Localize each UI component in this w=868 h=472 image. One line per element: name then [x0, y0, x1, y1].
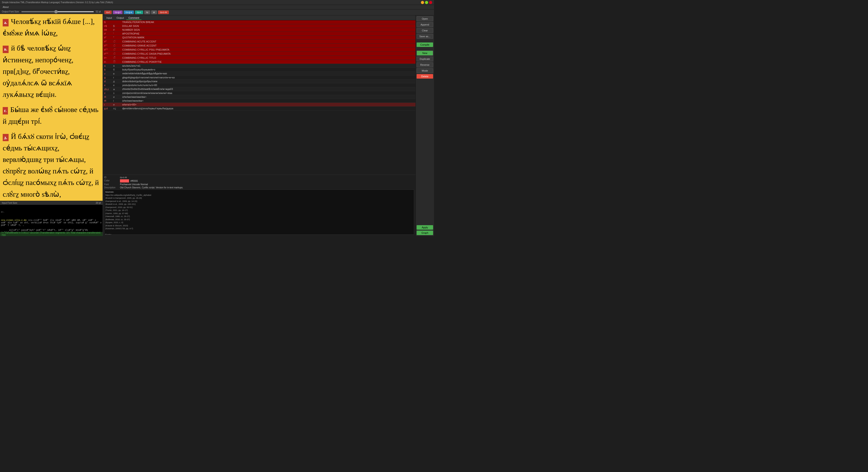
table-row[interactable]: ## # NUMBER SIGN: [103, 28, 415, 32]
table-row[interactable]: #' ' APOSTROPHE: [103, 32, 415, 36]
table-cell-desc: buky/буки/боукы/боукьви/в≈з: [121, 68, 415, 71]
table-cell-val: и: [112, 95, 121, 99]
save-as-button[interactable]: Save as...: [416, 34, 433, 39]
table-cell-val: б: [112, 68, 121, 71]
table-cell-desc: yestu/jests/есть/єсть/есть/з≈00: [121, 83, 415, 87]
table-cell-desc: DOLLAR SIGN: [121, 24, 415, 28]
table-cell-desc: COMBINING CYRILLIC DASIA PNEUMATA: [121, 52, 415, 56]
section-tabs: Input Output Comment: [103, 15, 415, 20]
mapping-table: $ TRANSLITERATION BREAK #$ $ DOLLAR SIGN…: [103, 20, 415, 111]
verse-text-4: Й бѧ́хꙋ скоти і҆гѡ̀, ѻ҆вє́цꙁ се́дмь ты́с…: [3, 132, 99, 198]
table-row[interactable]: v в vede/véde/véde/вѣды/вѣдь/вѣди/ж≈ааз: [103, 71, 415, 76]
table-row[interactable]: #i и izhe/іже/иже/иже/вж≈: [103, 95, 415, 99]
tab-comment[interactable]: Comment: [126, 16, 142, 20]
table-row[interactable]: #""" ◌҅ COMBINING CYRILLIC DASIA PNEUMAT…: [103, 52, 415, 56]
table-cell-val: ж: [112, 87, 121, 91]
source-3: (Damjanović & al., 2009, pp. 14-15): [105, 200, 413, 203]
table-cell-val: е: [112, 83, 121, 87]
table-row[interactable]: b б buky/буки/боукы/боукьви/в≈з: [103, 68, 415, 71]
tab-input[interactable]: Input: [104, 16, 114, 20]
input-area-label: Input Font Size: 20 pt: [0, 201, 102, 205]
table-row[interactable]: zh.z ж zhivete/živète/živèti/живѣте/живБ…: [103, 87, 415, 91]
tab-cu-g-a[interactable]: cu-g-a: [124, 10, 134, 14]
table-row[interactable]: z з zemlja/zemli/zemli/земля/земли/земли…: [103, 91, 415, 95]
table-row[interactable]: a а azu/азъ/азъ/≈а1: [103, 64, 415, 68]
maximize-button[interactable]: [425, 1, 428, 4]
middle-section: Input Output Comment $ TRANSLITERATION B…: [103, 15, 415, 236]
table-cell-val: ◌҄: [112, 48, 121, 52]
table-cell-desc: COMBINING ACUTE ACCENT: [121, 39, 415, 43]
font-size-slider[interactable]: [21, 11, 94, 12]
table-cell-val: а: [112, 64, 121, 68]
output-area: а. Человѣ́кꙁ нѣ́кїй бѧ́ше [...], є҆мꙋ́же…: [0, 14, 102, 201]
table-cell-key: g: [103, 76, 112, 80]
table-cell-key: z: [103, 91, 112, 95]
prop-font-value: Pochaevsk Unicode Normal: [120, 183, 414, 186]
description-box: Sources: https://en.wikipedia.org/wiki/E…: [104, 189, 414, 234]
delete-button[interactable]: Delete: [416, 74, 433, 78]
table-cell-val: ◌҅: [112, 52, 121, 56]
tab-sr[interactable]: sr: [151, 10, 157, 14]
menu-about[interactable]: About: [1, 6, 10, 8]
clear-button[interactable]: Clear: [416, 28, 433, 33]
input-font-size-value: 20 pt: [96, 202, 101, 204]
append-button[interactable]: Append: [416, 22, 433, 27]
input-text-area[interactable]: а=. <cu-c>зн=.</cu-c-m> <cu-c>і#"" be#" …: [0, 205, 102, 232]
tab-ru[interactable]: ru: [144, 10, 150, 14]
table-row[interactable]: i и и/іwта/з≈00+: [103, 103, 415, 106]
table-row[interactable]: g.d л,ј djervi/derv/dervs/g'ervs/ѓервь/г…: [103, 106, 415, 111]
table-row[interactable]: #~ ◌҃ COMBINING CYRILLIC TITLO: [103, 56, 415, 60]
graph-button[interactable]: Graph: [416, 230, 433, 235]
tab-output[interactable]: Output: [114, 16, 126, 20]
table-cell-key: b: [103, 68, 112, 71]
tab-cu-l[interactable]: cu-l: [104, 10, 112, 14]
prop-color-label: Color: [104, 179, 120, 182]
table-cell-desc: COMBINING GRAVE ACCENT: [121, 43, 415, 48]
duplicate-button[interactable]: Duplicate: [416, 57, 433, 61]
table-row[interactable]: #I і izhe/иже/ижеи/вж≈: [103, 99, 415, 103]
apply-button[interactable]: Apply: [416, 225, 433, 230]
input-line-1: <cu-c>зн=.</cu-c-m> <cu-c>і#"" be#" ilu …: [1, 219, 102, 232]
table-row[interactable]: #" " QUOTATION MARK: [103, 36, 415, 39]
table-cell-val: ◌҇: [112, 60, 121, 64]
table-row[interactable]: #"' ◌́ COMBINING ACUTE ACCENT: [103, 39, 415, 43]
table-cell-desc: COMBINING CYRILLIC PSILI PNEUMATA: [121, 48, 415, 52]
prop-font-row: Font Pochaevsk Unicode Normal: [104, 183, 414, 186]
open-button[interactable]: Open: [416, 16, 433, 21]
reverse-button[interactable]: Reverse: [416, 62, 433, 67]
tab-cu-g-t[interactable]: cu-g-t: [113, 10, 123, 14]
table-cell-desc: COMBINING CYRILLIC POKRYTIE: [121, 60, 415, 64]
fonts-header: Fonts:: [105, 233, 413, 234]
tab-bar: cu-l cu-g-t cu-g-a cu-c ru sr cu-c-m: [103, 9, 434, 15]
tab-cu-c[interactable]: cu-c: [135, 10, 143, 14]
table-cell-key: #"': [103, 39, 112, 43]
mode-button[interactable]: Mode: [416, 68, 433, 73]
table-row[interactable]: $ TRANSLITERATION BREAK: [103, 20, 415, 24]
right-content: Input Output Comment $ TRANSLITERATION B…: [103, 15, 434, 236]
table-cell-val: г: [112, 76, 121, 80]
compile-button[interactable]: Compile: [416, 42, 433, 47]
table-row[interactable]: e е yestu/jests/есть/єсть/есть/з≈00: [103, 83, 415, 87]
status-text: >> Transliterated in 0.00117 seconds! [T…: [1, 231, 101, 236]
table-row[interactable]: g г glagoli/glagoljo/глаголи/глаголи/гла…: [103, 76, 415, 80]
table-row[interactable]: #""' ◌҄ COMBINING CYRILLIC PSILI PNEUMAT…: [103, 48, 415, 52]
verse-paragraph-2: в. й бѣ̀ человѣ́кꙁ ѡ҆́нꙁ и҆́стиненꙁ, неп…: [3, 42, 100, 100]
table-cell-key: #""': [103, 48, 112, 52]
table-row[interactable]: #- ◌҇ COMBINING CYRILLIC POKRYTIE: [103, 60, 415, 64]
table-row[interactable]: #$ $ DOLLAR SIGN: [103, 24, 415, 28]
table-cell-key: #""": [103, 52, 112, 56]
table-row[interactable]: #"" ◌̀ COMBINING GRAVE ACCENT: [103, 43, 415, 48]
new-button[interactable]: New: [416, 51, 433, 56]
spacer-3: [416, 80, 433, 224]
minimize-button[interactable]: [421, 1, 424, 4]
table-cell-desc: azu/азъ/азъ/≈а1: [121, 64, 415, 68]
font-size-bar: Output Font Size: 52 pt: [0, 9, 102, 14]
table-row[interactable]: d д dobro/dobré/добро/добрь/лзем: [103, 80, 415, 83]
table-cell-val: з: [112, 91, 121, 95]
table-cell-val: і: [112, 99, 121, 103]
verse-label-3: г.: [3, 107, 8, 115]
tab-cu-c-m[interactable]: cu-c-m: [158, 10, 169, 14]
verse-paragraph-3: г. Бы́ша же є҆мꙋ́ сы́нове се́дмь й дщє́р…: [3, 104, 100, 127]
close-button[interactable]: [429, 1, 432, 4]
window-controls: [421, 1, 432, 4]
